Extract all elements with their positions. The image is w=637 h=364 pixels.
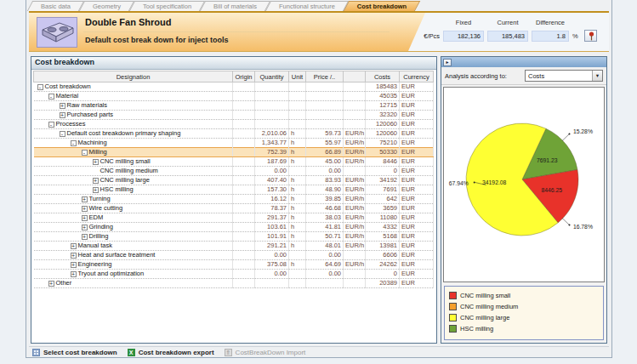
analysis-dropdown[interactable]: Costs ▼ <box>525 70 603 82</box>
tab[interactable]: Geometry <box>82 1 132 11</box>
col-costs[interactable]: Costs <box>366 71 400 82</box>
table-row[interactable]: - Material 45035 EUR <box>34 92 434 101</box>
tree-toggle-icon[interactable]: - <box>48 122 54 128</box>
table-row[interactable]: + HSC milling 157.30 h 48.90 EUR/h 7691 … <box>34 185 434 195</box>
toolbar-item[interactable]: Cost breakdown export <box>128 349 214 356</box>
tab[interactable]: Tool specification <box>132 1 202 11</box>
pie-percent-label: 15.28% <box>573 128 593 134</box>
table-row[interactable]: + Grinding 103.61 h 41.81 EUR/h 4332 EUR <box>34 223 434 232</box>
table-row[interactable]: - Default cost breakdown primary shaping… <box>34 129 434 139</box>
tree-toggle-icon[interactable]: + <box>82 215 88 221</box>
analysis-dropdown-value: Costs <box>528 72 544 80</box>
tree-toggle-icon[interactable]: + <box>71 271 77 277</box>
fixed-label: Fixed <box>443 19 484 26</box>
tree-toggle-icon[interactable]: - <box>71 140 77 146</box>
origin-cell <box>233 92 255 101</box>
tree-toggle-icon[interactable]: + <box>60 112 65 118</box>
tab[interactable]: Bill of materials <box>202 1 268 11</box>
price-cell <box>306 92 344 101</box>
table-row[interactable]: + Tryout and optimization 0.00 0.00 0 EU… <box>34 270 434 279</box>
quantity-cell <box>255 82 289 92</box>
costs-cell: 185483 <box>366 82 400 92</box>
unit-cell: h <box>289 260 306 270</box>
collapse-panel-button[interactable]: ▸ <box>443 59 452 66</box>
table-row[interactable]: - Cost breakdown 185483 EUR <box>34 82 434 92</box>
tree-toggle-icon[interactable]: + <box>71 253 77 259</box>
tree-toggle-icon[interactable]: + <box>82 234 88 240</box>
unit-cell <box>289 270 306 279</box>
tab[interactable]: Cost breakdown <box>346 1 418 11</box>
unit-cell <box>289 167 306 176</box>
toolbar-icon <box>225 349 232 356</box>
tree-toggle-icon[interactable]: + <box>60 103 65 109</box>
tab[interactable]: Basic data <box>30 1 82 11</box>
price-unit-cell <box>344 82 366 92</box>
tree-toggle-icon[interactable]: + <box>82 225 88 230</box>
tree-toggle-icon[interactable]: + <box>71 262 77 268</box>
table-row[interactable]: + CNC milling small 187.69 h 45.00 EUR/h… <box>34 157 434 167</box>
current-value-field[interactable]: 185,483 <box>487 31 528 42</box>
col-currency[interactable]: Currency <box>400 71 434 82</box>
cost-breakdown-table: Designation Origin Quantity Unit Price /… <box>33 71 434 288</box>
fixed-value-field[interactable]: 182,136 <box>443 31 484 42</box>
origin-cell <box>233 195 255 204</box>
costs-cell: 45035 <box>366 92 400 101</box>
tree-toggle-icon[interactable]: + <box>93 178 99 184</box>
unit-per-pcs-label: €/Pcs <box>416 32 440 40</box>
chevron-down-icon[interactable]: ▼ <box>592 71 602 81</box>
cost-metrics: Fixed Current Difference €/Pcs 182,136 1… <box>416 19 597 42</box>
table-row[interactable]: + Purchased parts 32320 EUR <box>34 111 434 120</box>
table-row[interactable]: + Engineering 375.08 h 64.69 EUR/h 24262… <box>34 260 434 270</box>
tree-toggle-icon[interactable]: + <box>93 159 99 165</box>
tree-toggle-icon[interactable]: - <box>37 84 43 90</box>
col-price-unit[interactable] <box>344 71 366 82</box>
toolbar-item[interactable]: Select cost breakdown <box>32 349 117 356</box>
tree-toggle-icon[interactable]: + <box>48 281 54 287</box>
table-row[interactable]: - Processes 120060 EUR <box>34 120 434 129</box>
col-price[interactable]: Price /.. <box>306 71 344 82</box>
price-cell <box>306 120 344 129</box>
designation-label: EDM <box>89 213 104 222</box>
tree-toggle-icon[interactable]: - <box>82 150 88 156</box>
tree-toggle-icon[interactable]: + <box>93 187 99 193</box>
table-row[interactable]: + Raw materials 12715 EUR <box>34 101 434 111</box>
table-row[interactable]: + Turning 16.12 h 39.85 EUR/h 642 EUR <box>34 195 434 204</box>
col-unit[interactable]: Unit <box>289 71 306 82</box>
tree-toggle-icon[interactable]: + <box>82 196 88 202</box>
table-row[interactable]: + Drilling 101.91 h 50.71 EUR/h 5168 EUR <box>34 232 434 242</box>
table-row[interactable]: - Milling 752.39 h 66.89 EUR/h 50330 EUR <box>34 148 434 157</box>
price-cell <box>306 279 344 288</box>
table-row[interactable]: CNC milling medium 0.00 0.00 0 EUR <box>34 167 434 176</box>
designation-label: Processes <box>56 120 86 128</box>
table-row[interactable]: + Wire cutting 78.37 h 46.68 EUR/h 3659 … <box>34 204 434 213</box>
table-row[interactable]: + CNC milling large 407.40 h 83.93 EUR/h… <box>34 176 434 185</box>
origin-cell <box>233 157 255 167</box>
unit-cell: h <box>289 148 306 157</box>
table-row[interactable]: + Heat and surface treatment 0.00 0.00 6… <box>34 251 434 260</box>
designation-label: Tryout and optimization <box>78 270 145 278</box>
tree-toggle-icon[interactable]: - <box>48 94 54 100</box>
table-row[interactable]: - Machining 1,343.77 h 55.97 EUR/h 75210… <box>34 139 434 148</box>
tree-toggle-icon[interactable]: - <box>60 131 65 137</box>
tree-toggle-icon[interactable]: + <box>71 243 77 249</box>
tree-indent <box>36 115 58 116</box>
pin-button[interactable] <box>584 30 597 42</box>
chart-legend: CNC milling small CNC milling medium CNC… <box>444 286 604 340</box>
col-origin[interactable]: Origin <box>233 71 255 82</box>
quantity-cell: 0.00 <box>255 270 289 279</box>
tree-toggle-icon[interactable]: + <box>82 206 88 212</box>
tab[interactable]: Functional structure <box>268 1 346 11</box>
origin-cell <box>233 176 255 185</box>
toolbar-item-label: CostBreakDown Import <box>236 349 306 356</box>
table-row[interactable]: + EDM 291.37 h 38.03 EUR/h 11080 EUR <box>34 213 434 223</box>
price-unit-cell <box>344 167 366 176</box>
table-row[interactable]: + Manual task 291.21 h 48.01 EUR/h 13981… <box>34 242 434 251</box>
currency-cell: EUR <box>400 120 434 129</box>
price-unit-cell: EUR/h <box>344 185 366 195</box>
table-row[interactable]: + Other 20389 EUR <box>34 279 434 288</box>
col-designation[interactable]: Designation <box>34 71 233 82</box>
col-quantity[interactable]: Quantity <box>255 71 289 82</box>
difference-value-field[interactable]: 1.8 <box>532 31 569 42</box>
pie-percent-label: 16.78% <box>573 224 593 230</box>
app-window: Basic data Geometry Tool specification B… <box>26 0 612 358</box>
